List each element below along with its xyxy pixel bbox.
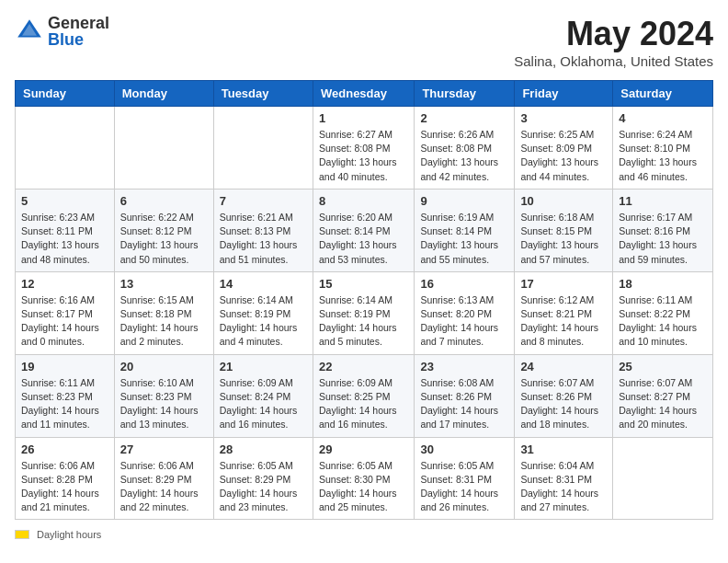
day-info: Sunrise: 6:21 AMSunset: 8:13 PMDaylight:…	[220, 211, 307, 267]
day-cell: 4Sunrise: 6:24 AMSunset: 8:10 PMDaylight…	[613, 107, 713, 190]
day-number: 12	[21, 277, 108, 291]
day-info: Sunrise: 6:07 AMSunset: 8:26 PMDaylight:…	[520, 376, 607, 432]
day-info: Sunrise: 6:05 AMSunset: 8:29 PMDaylight:…	[220, 459, 307, 515]
day-cell: 15Sunrise: 6:14 AMSunset: 8:19 PMDayligh…	[313, 271, 414, 354]
day-cell: 22Sunrise: 6:09 AMSunset: 8:25 PMDayligh…	[313, 354, 414, 437]
week-row-4: 19Sunrise: 6:11 AMSunset: 8:23 PMDayligh…	[16, 354, 713, 437]
day-cell: 5Sunrise: 6:23 AMSunset: 8:11 PMDaylight…	[16, 189, 115, 271]
day-cell: 3Sunrise: 6:25 AMSunset: 8:09 PMDaylight…	[515, 107, 613, 190]
day-number: 31	[520, 442, 607, 456]
day-number: 24	[520, 360, 607, 373]
day-number: 27	[120, 442, 208, 456]
day-number: 1	[319, 111, 408, 125]
week-row-2: 5Sunrise: 6:23 AMSunset: 8:11 PMDaylight…	[16, 189, 713, 271]
day-cell: 18Sunrise: 6:11 AMSunset: 8:22 PMDayligh…	[613, 271, 713, 354]
main-title: May 2024	[514, 15, 713, 53]
day-cell: 13Sunrise: 6:15 AMSunset: 8:18 PMDayligh…	[114, 271, 213, 354]
day-cell: 27Sunrise: 6:06 AMSunset: 8:29 PMDayligh…	[114, 437, 213, 520]
day-number: 18	[619, 277, 707, 291]
day-number: 30	[420, 442, 508, 456]
day-number: 6	[120, 194, 208, 208]
header-day-wednesday: Wednesday	[313, 81, 414, 107]
day-info: Sunrise: 6:09 AMSunset: 8:25 PMDaylight:…	[319, 376, 408, 432]
day-info: Sunrise: 6:14 AMSunset: 8:19 PMDaylight:…	[220, 293, 307, 350]
daylight-label: Daylight hours	[37, 529, 101, 540]
day-info: Sunrise: 6:06 AMSunset: 8:29 PMDaylight:…	[120, 459, 208, 515]
week-row-3: 12Sunrise: 6:16 AMSunset: 8:17 PMDayligh…	[16, 271, 713, 354]
day-cell: 25Sunrise: 6:07 AMSunset: 8:27 PMDayligh…	[613, 354, 713, 437]
day-info: Sunrise: 6:15 AMSunset: 8:18 PMDaylight:…	[120, 293, 208, 350]
day-cell: 24Sunrise: 6:07 AMSunset: 8:26 PMDayligh…	[515, 354, 613, 437]
logo-general: General	[48, 15, 109, 31]
day-cell: 2Sunrise: 6:26 AMSunset: 8:08 PMDaylight…	[415, 107, 515, 190]
day-cell: 17Sunrise: 6:12 AMSunset: 8:21 PMDayligh…	[515, 271, 613, 354]
page-header: General Blue May 2024 Salina, Oklahoma, …	[15, 15, 713, 69]
day-cell: 14Sunrise: 6:14 AMSunset: 8:19 PMDayligh…	[213, 271, 313, 354]
day-info: Sunrise: 6:11 AMSunset: 8:22 PMDaylight:…	[619, 293, 707, 350]
day-cell	[213, 107, 313, 190]
subtitle: Salina, Oklahoma, United States	[514, 53, 713, 69]
day-info: Sunrise: 6:07 AMSunset: 8:27 PMDaylight:…	[619, 376, 707, 432]
day-number: 19	[21, 360, 108, 373]
day-number: 8	[319, 194, 408, 208]
header-day-tuesday: Tuesday	[213, 81, 313, 107]
day-info: Sunrise: 6:08 AMSunset: 8:26 PMDaylight:…	[420, 376, 508, 432]
day-number: 21	[220, 360, 307, 373]
day-info: Sunrise: 6:20 AMSunset: 8:14 PMDaylight:…	[319, 211, 408, 267]
day-info: Sunrise: 6:22 AMSunset: 8:12 PMDaylight:…	[120, 211, 208, 267]
day-cell: 9Sunrise: 6:19 AMSunset: 8:14 PMDaylight…	[415, 189, 515, 271]
day-info: Sunrise: 6:05 AMSunset: 8:31 PMDaylight:…	[420, 459, 508, 515]
day-number: 14	[220, 277, 307, 291]
day-cell: 21Sunrise: 6:09 AMSunset: 8:24 PMDayligh…	[213, 354, 313, 437]
day-info: Sunrise: 6:16 AMSunset: 8:17 PMDaylight:…	[21, 293, 108, 350]
logo-blue: Blue	[48, 31, 109, 48]
day-number: 5	[21, 194, 108, 208]
day-number: 7	[220, 194, 307, 208]
calendar-header: SundayMondayTuesdayWednesdayThursdayFrid…	[16, 81, 713, 107]
day-cell: 19Sunrise: 6:11 AMSunset: 8:23 PMDayligh…	[16, 354, 115, 437]
logo: General Blue	[15, 15, 109, 48]
day-number: 29	[319, 442, 408, 456]
daylight-bar-icon	[15, 530, 29, 539]
day-number: 10	[520, 194, 607, 208]
header-day-saturday: Saturday	[613, 81, 713, 107]
day-info: Sunrise: 6:06 AMSunset: 8:28 PMDaylight:…	[21, 459, 108, 515]
day-cell: 11Sunrise: 6:17 AMSunset: 8:16 PMDayligh…	[613, 189, 713, 271]
day-number: 26	[21, 442, 108, 456]
day-number: 28	[220, 442, 307, 456]
header-row: SundayMondayTuesdayWednesdayThursdayFrid…	[16, 81, 713, 107]
day-cell: 10Sunrise: 6:18 AMSunset: 8:15 PMDayligh…	[515, 189, 613, 271]
day-cell	[613, 437, 713, 520]
day-info: Sunrise: 6:11 AMSunset: 8:23 PMDaylight:…	[21, 376, 108, 432]
day-cell: 31Sunrise: 6:04 AMSunset: 8:31 PMDayligh…	[515, 437, 613, 520]
day-number: 9	[420, 194, 508, 208]
day-info: Sunrise: 6:19 AMSunset: 8:14 PMDaylight:…	[420, 211, 508, 267]
day-cell: 28Sunrise: 6:05 AMSunset: 8:29 PMDayligh…	[213, 437, 313, 520]
day-info: Sunrise: 6:14 AMSunset: 8:19 PMDaylight:…	[319, 293, 408, 350]
day-cell: 29Sunrise: 6:05 AMSunset: 8:30 PMDayligh…	[313, 437, 414, 520]
day-info: Sunrise: 6:13 AMSunset: 8:20 PMDaylight:…	[420, 293, 508, 350]
day-cell: 30Sunrise: 6:05 AMSunset: 8:31 PMDayligh…	[415, 437, 515, 520]
calendar-body: 1Sunrise: 6:27 AMSunset: 8:08 PMDaylight…	[16, 107, 713, 520]
day-info: Sunrise: 6:27 AMSunset: 8:08 PMDaylight:…	[319, 128, 408, 184]
day-info: Sunrise: 6:23 AMSunset: 8:11 PMDaylight:…	[21, 211, 108, 267]
day-number: 22	[319, 360, 408, 373]
day-cell: 12Sunrise: 6:16 AMSunset: 8:17 PMDayligh…	[16, 271, 115, 354]
week-row-1: 1Sunrise: 6:27 AMSunset: 8:08 PMDaylight…	[16, 107, 713, 190]
day-info: Sunrise: 6:10 AMSunset: 8:23 PMDaylight:…	[120, 376, 208, 432]
day-info: Sunrise: 6:26 AMSunset: 8:08 PMDaylight:…	[420, 128, 508, 184]
header-day-monday: Monday	[114, 81, 213, 107]
day-number: 25	[619, 360, 707, 373]
day-number: 3	[520, 111, 607, 125]
day-cell: 26Sunrise: 6:06 AMSunset: 8:28 PMDayligh…	[16, 437, 115, 520]
day-number: 15	[319, 277, 408, 291]
day-info: Sunrise: 6:25 AMSunset: 8:09 PMDaylight:…	[520, 128, 607, 184]
footer: Daylight hours	[15, 529, 713, 540]
day-cell: 7Sunrise: 6:21 AMSunset: 8:13 PMDaylight…	[213, 189, 313, 271]
day-cell	[16, 107, 115, 190]
day-cell: 1Sunrise: 6:27 AMSunset: 8:08 PMDaylight…	[313, 107, 414, 190]
day-number: 16	[420, 277, 508, 291]
day-info: Sunrise: 6:05 AMSunset: 8:30 PMDaylight:…	[319, 459, 408, 515]
day-info: Sunrise: 6:17 AMSunset: 8:16 PMDaylight:…	[619, 211, 707, 267]
day-number: 17	[520, 277, 607, 291]
